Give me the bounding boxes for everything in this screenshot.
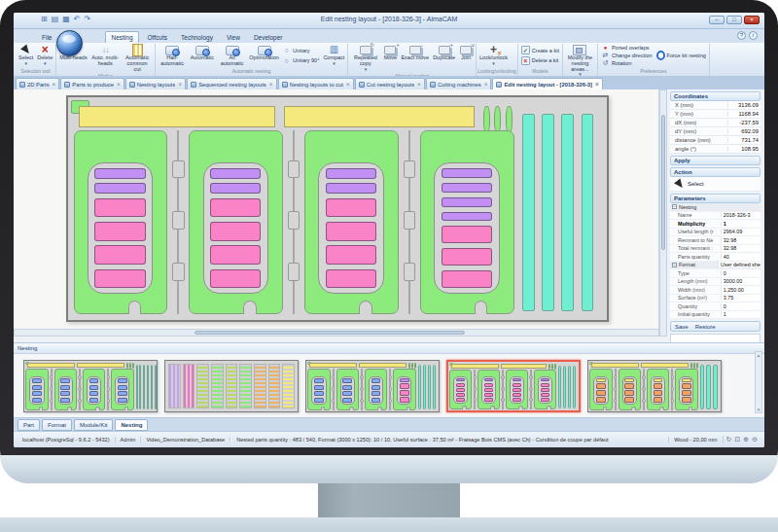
- ribbon-button-modify-the-nesting-areas[interactable]: Modify the nesting areas...▾: [564, 44, 596, 77]
- scrollbar-thumb[interactable]: [194, 331, 465, 335]
- nesting-thumbnail-2[interactable]: [164, 360, 299, 412]
- close-icon[interactable]: ×: [346, 81, 350, 88]
- menu-tab-nesting[interactable]: Nesting: [105, 31, 138, 43]
- ribbon-button-automatic-common-cut[interactable]: Automatic common cut: [122, 44, 154, 72]
- doc-tab-sequenced-nesting-layouts[interactable]: Sequenced nesting layouts×: [187, 78, 276, 89]
- parameter-value[interactable]: 1,250.00: [721, 287, 760, 293]
- ribbon-button-compact[interactable]: Compact▾: [321, 44, 346, 67]
- ribbon-button-unitary-90[interactable]: Unitary 90°: [282, 57, 319, 64]
- ribbon-button-move[interactable]: Move: [381, 44, 399, 72]
- help-icon[interactable]: ?: [737, 31, 746, 40]
- save-button[interactable]: Save: [675, 324, 689, 330]
- nesting-thumbnail-5[interactable]: [587, 360, 722, 412]
- restore-button[interactable]: Restore: [695, 324, 716, 330]
- ribbon-button-lock-unlock[interactable]: Lock/unlock▾: [477, 44, 510, 67]
- refresh-icon[interactable]: ↻: [726, 436, 732, 443]
- action-select[interactable]: Select: [670, 177, 760, 192]
- bottom-tab-module-kit[interactable]: Module/Kit: [74, 419, 113, 431]
- coordinates-header[interactable]: Coordinates: [670, 91, 760, 101]
- parameters-header[interactable]: Parameters: [670, 194, 760, 203]
- scrollbar-thumb[interactable]: [661, 115, 665, 250]
- parameter-value[interactable]: 2018-326-3: [721, 212, 760, 218]
- coordinate-value[interactable]: 3136.09: [727, 102, 760, 108]
- ribbon-button-rotation[interactable]: Rotation: [601, 59, 653, 66]
- scroll-down-icon[interactable]: ▾: [758, 407, 760, 412]
- menu-tab-developer[interactable]: Developer: [249, 32, 288, 43]
- parameter-value[interactable]: 1: [721, 311, 760, 317]
- parameter-value[interactable]: User defined sheets: [718, 262, 760, 267]
- ribbon-button-automatic[interactable]: Automatic: [189, 44, 216, 67]
- bottom-tab-part[interactable]: Part: [18, 419, 40, 431]
- ribbon-button-force-kit-nesting[interactable]: Force kit nesting: [656, 53, 706, 59]
- ribbon-button-half-automatic[interactable]: Half-automatic: [157, 44, 189, 67]
- parameter-value[interactable]: 32.98: [721, 237, 760, 243]
- parameter-value[interactable]: 0: [721, 303, 760, 309]
- nesting-sheet[interactable]: [66, 95, 609, 322]
- ribbon-button-exact-move[interactable]: Exact move: [399, 44, 431, 72]
- restore-button[interactable]: □: [726, 16, 742, 24]
- minimize-button[interactable]: –: [709, 16, 725, 24]
- zoom-in-icon[interactable]: ⊕: [743, 436, 749, 443]
- bottom-tab-nesting[interactable]: Nesting: [115, 419, 148, 431]
- doc-tab-edit-nesting-layout-2018-326-3[interactable]: Edit nesting layout - [2018-326-3]×: [492, 78, 602, 89]
- parameter-value[interactable]: 2964.09: [721, 229, 760, 234]
- close-icon[interactable]: ×: [178, 81, 182, 88]
- coordinate-value[interactable]: 692.09: [727, 128, 760, 134]
- coordinate-value[interactable]: -237.59: [727, 120, 760, 125]
- nesting-canvas[interactable]: [14, 89, 659, 329]
- nesting-thumbnail-4[interactable]: [446, 360, 581, 412]
- close-icon[interactable]: ×: [417, 81, 421, 88]
- collapse-icon[interactable]: −: [672, 263, 677, 267]
- parameter-value[interactable]: 0: [721, 270, 760, 276]
- parameter-value[interactable]: 32.98: [721, 245, 760, 251]
- zoom-out-icon[interactable]: ⊖: [752, 436, 758, 443]
- ribbon-button-auto-multi-heads[interactable]: Auto. multi-heads: [89, 44, 122, 72]
- coordinate-value[interactable]: 1168.94: [727, 111, 760, 117]
- almacam-orb-icon[interactable]: [56, 30, 83, 56]
- vertical-scrollbar[interactable]: [659, 89, 667, 337]
- bottom-tab-format[interactable]: Format: [42, 419, 72, 431]
- info-icon[interactable]: i: [749, 31, 758, 40]
- close-icon[interactable]: ×: [269, 81, 273, 88]
- ribbon-button-select[interactable]: Select▾: [17, 44, 35, 67]
- collapse-icon[interactable]: −: [672, 204, 677, 209]
- doc-tab-parts-to-produce[interactable]: Parts to produce×: [60, 78, 124, 89]
- doc-tab-nesting-layouts-to-cut[interactable]: Nesting layouts to cut×: [278, 78, 354, 89]
- scroll-up-icon[interactable]: ▴: [758, 352, 760, 358]
- coordinate-value[interactable]: 731.74: [727, 137, 760, 143]
- close-icon[interactable]: ×: [53, 81, 56, 88]
- ribbon-button-repeated-copy[interactable]: Repeated copy▾: [349, 44, 381, 72]
- parameter-value[interactable]: 1: [721, 221, 760, 227]
- action-header[interactable]: Action: [670, 167, 760, 177]
- nesting-thumbnail-3[interactable]: [305, 360, 440, 412]
- ribbon-button-change-direction[interactable]: Change direction: [601, 53, 653, 59]
- coordinate-value[interactable]: 108.95: [727, 146, 760, 152]
- doc-tab-cut-nesting-layouts[interactable]: Cut nesting layouts×: [355, 78, 425, 89]
- doc-tab-nesting-layouts[interactable]: Nesting layouts×: [125, 78, 186, 89]
- ribbon-button-create-a-kit[interactable]: Create a kit: [521, 47, 559, 53]
- close-icon[interactable]: ×: [117, 81, 121, 88]
- menu-tab-offcuts[interactable]: Offcuts: [143, 32, 172, 43]
- menu-tab-view[interactable]: View: [222, 32, 245, 43]
- ribbon-button-all-automatic[interactable]: All automatic: [216, 44, 248, 67]
- parameter-value[interactable]: 3000.00: [721, 278, 760, 284]
- ribbon-button-delete-a-kit[interactable]: Delete a kit: [521, 57, 559, 64]
- fit-icon[interactable]: ⊡: [734, 436, 740, 443]
- ribbon-button-ported-overlaps[interactable]: Ported overlaps: [601, 45, 653, 52]
- ribbon-button-optimization[interactable]: Optimization: [248, 44, 280, 67]
- menu-tab-file[interactable]: File: [37, 32, 56, 43]
- close-button[interactable]: ×: [744, 16, 760, 24]
- nesting-thumbnail-1[interactable]: [23, 360, 158, 412]
- parameter-value[interactable]: 40: [721, 254, 760, 260]
- close-icon[interactable]: ×: [595, 81, 599, 88]
- menu-tab-technology[interactable]: Technology: [176, 32, 218, 43]
- nesting-panel-header[interactable]: Nesting: [14, 343, 764, 354]
- close-icon[interactable]: ×: [484, 81, 488, 88]
- doc-tab-2d-parts[interactable]: 2D Parts×: [16, 78, 59, 89]
- horizontal-scrollbar[interactable]: [14, 329, 659, 337]
- ribbon-button-delete[interactable]: Delete▾: [35, 44, 54, 67]
- ribbon-button-join[interactable]: Join: [457, 44, 475, 72]
- apply-header[interactable]: Apply: [670, 156, 760, 165]
- ribbon-button-unitary[interactable]: Unitary: [282, 47, 319, 53]
- thumbnails-scrollbar[interactable]: ▴▾: [755, 351, 762, 413]
